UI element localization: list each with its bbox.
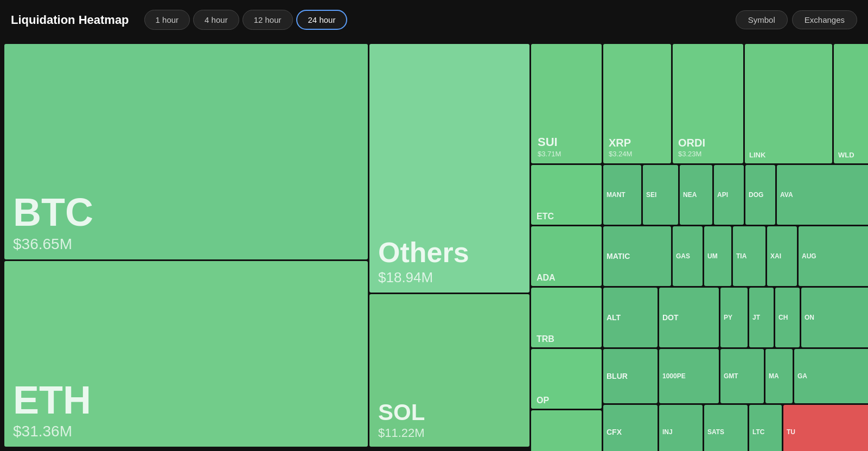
jt-tile[interactable]: JT [749, 288, 774, 347]
ava-symbol: AVA [780, 191, 793, 199]
op-tile[interactable]: OP [531, 349, 602, 409]
sui-tile[interactable]: SUI $3.71M [531, 44, 602, 163]
heatmap-container: BTC $36.65M ETH $31.36M Others $18.94M S… [0, 40, 868, 451]
sui-value: $3.71M [538, 150, 561, 158]
py-symbol: PY [724, 314, 732, 321]
ma-symbol: MA [769, 372, 779, 380]
left-column: BTC $36.65M ETH $31.36M [4, 44, 368, 447]
inj-symbol: INJ [662, 428, 673, 436]
on-tile[interactable]: ON [801, 288, 868, 347]
others-value: $18.94M [378, 269, 433, 286]
cfx-tile[interactable]: CFX [603, 405, 658, 451]
ltc-tile[interactable]: LTC [749, 405, 782, 451]
op-symbol: OP [537, 396, 549, 405]
mant-tile[interactable]: MANT [603, 165, 641, 225]
ordi-value: $3.23M [678, 150, 701, 158]
time-tab-group: 1 hour 4 hour 12 hour 24 hour [144, 10, 348, 30]
gmt-symbol: GMT [724, 372, 738, 380]
tu-symbol: TU [787, 428, 795, 436]
trb-tile[interactable]: TRB [531, 288, 602, 347]
jt-symbol: JT [752, 314, 760, 321]
wld-symbol: WLD [838, 151, 854, 159]
ordi-tile[interactable]: ORDI $3.23M [673, 44, 743, 163]
matic-tile[interactable]: MATIC [603, 226, 671, 286]
link-tile[interactable]: LINK [745, 44, 832, 163]
um-tile[interactable]: UM [704, 226, 731, 286]
dot-symbol: DOT [662, 313, 679, 322]
api-tile[interactable]: API [714, 165, 744, 225]
btc-tile[interactable]: BTC $36.65M [4, 44, 368, 259]
mant-symbol: MANT [607, 191, 626, 199]
tu-tile[interactable]: TU [783, 405, 868, 451]
fil-tile[interactable]: FIL [531, 410, 602, 451]
gmt-tile[interactable]: GMT [720, 349, 764, 403]
sol-symbol: SOL [378, 400, 425, 425]
btc-symbol: BTC [13, 191, 93, 234]
sol-tile[interactable]: SOL $11.22M [369, 294, 529, 447]
eth-symbol: ETH [13, 379, 91, 422]
link-symbol: LINK [749, 151, 765, 159]
ga-tile[interactable]: GA [794, 349, 868, 403]
alt-tile[interactable]: ALT [603, 288, 658, 347]
inj-tile[interactable]: INJ [659, 405, 703, 451]
others-symbol: Others [378, 237, 469, 268]
others-tile[interactable]: Others $18.94M [369, 44, 529, 293]
xrp-tile[interactable]: XRP $3.24M [603, 44, 671, 163]
trb-symbol: TRB [537, 334, 554, 344]
dog-tile[interactable]: DOG [745, 165, 775, 225]
app-title: Liquidation Heatmap [11, 13, 129, 27]
xai-tile[interactable]: XAI [767, 226, 797, 286]
blur-tile[interactable]: BLUR [603, 349, 658, 403]
tab-1hour[interactable]: 1 hour [144, 10, 190, 30]
etc-tile[interactable]: ETC [531, 165, 602, 225]
aug-tile[interactable]: AUG [799, 226, 868, 286]
eth-value: $31.36M [13, 423, 72, 440]
api-symbol: API [717, 191, 728, 199]
tia-symbol: TIA [736, 252, 746, 260]
ordi-symbol: ORDI [678, 137, 705, 149]
tab-12hour[interactable]: 12 hour [242, 10, 293, 30]
gas-symbol: GAS [676, 252, 690, 260]
sol-value: $11.22M [378, 426, 425, 440]
ma-tile[interactable]: MA [765, 349, 793, 403]
ltc-symbol: LTC [752, 428, 764, 436]
aug-symbol: AUG [802, 252, 816, 260]
blur-symbol: BLUR [607, 372, 628, 380]
ada-tile[interactable]: ADA [531, 226, 602, 286]
cfx-symbol: CFX [607, 428, 622, 436]
sei-tile[interactable]: SEI [643, 165, 678, 225]
sui-symbol: SUI [538, 136, 558, 149]
tab-4hour[interactable]: 4 hour [193, 10, 239, 30]
right-button-group: Symbol Exchanges [736, 10, 857, 29]
dog-symbol: DOG [749, 191, 763, 199]
on-symbol: ON [805, 314, 814, 321]
ch-tile[interactable]: CH [775, 288, 800, 347]
sats-tile[interactable]: SATS [704, 405, 748, 451]
btc-value: $36.65M [13, 236, 72, 253]
tia-tile[interactable]: TIA [733, 226, 765, 286]
dot-tile[interactable]: DOT [659, 288, 719, 347]
wld-tile[interactable]: WLD [834, 44, 868, 163]
tab-24hour[interactable]: 24 hour [296, 10, 348, 30]
1000pe-symbol: 1000PE [662, 372, 686, 380]
1000pe-tile[interactable]: 1000PE [659, 349, 719, 403]
header: Liquidation Heatmap 1 hour 4 hour 12 hou… [0, 0, 868, 40]
ch-symbol: CH [778, 314, 788, 321]
xrp-symbol: XRP [609, 137, 631, 149]
sei-symbol: SEI [646, 191, 656, 199]
matic-symbol: MATIC [607, 252, 630, 261]
symbol-button[interactable]: Symbol [736, 10, 788, 29]
etc-symbol: ETC [537, 212, 554, 221]
mid-column: Others $18.94M SOL $11.22M [369, 44, 529, 447]
xai-symbol: XAI [770, 252, 781, 260]
py-tile[interactable]: PY [720, 288, 748, 347]
ada-symbol: ADA [537, 273, 556, 283]
gas-tile[interactable]: GAS [673, 226, 703, 286]
eth-tile[interactable]: ETH $31.36M [4, 261, 368, 447]
right-column: SUI $3.71M ETC ADA TRB OP [531, 44, 868, 447]
ava-tile[interactable]: AVA [777, 165, 868, 225]
alt-symbol: ALT [607, 313, 621, 322]
exchanges-button[interactable]: Exchanges [792, 10, 857, 29]
nea-tile[interactable]: NEA [680, 165, 712, 225]
ga-symbol: GA [797, 372, 807, 380]
